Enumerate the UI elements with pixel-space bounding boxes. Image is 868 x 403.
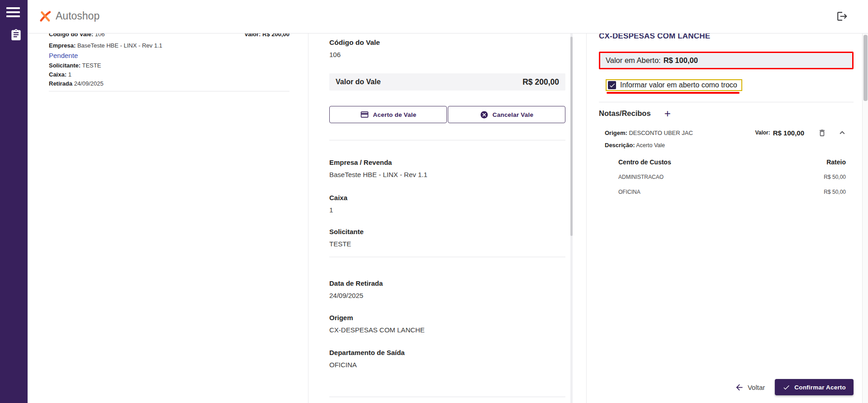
delete-nota-button[interactable]: [818, 129, 826, 137]
confirmar-acerto-button[interactable]: Confirmar Acerto: [775, 379, 854, 395]
empresa-label: Empresa / Revenda: [329, 158, 565, 167]
origem-value: CX-DESPESAS COM LANCHE: [329, 326, 565, 334]
card-icon: [360, 110, 369, 119]
valor-em-aberto-value: R$ 100,00: [664, 56, 698, 65]
centro-custos-header: Centro de Custos: [618, 158, 671, 166]
list-solicitante: Solicitante: TESTE: [49, 62, 289, 69]
codigo-vale-value: 106: [329, 50, 565, 59]
valor-em-aberto-label: Valor em Aberto:: [606, 56, 661, 65]
divider: [329, 140, 565, 140]
arrow-back-icon: [735, 383, 744, 392]
app-title: Autoshop: [56, 10, 100, 22]
solicitante-label: Solicitante: [329, 227, 565, 236]
window-scrollbar-thumb[interactable]: [863, 35, 868, 101]
rateio-row: ADMINISTRACAO R$ 50,00: [618, 174, 846, 180]
logout-icon[interactable]: [836, 10, 848, 24]
departamento-value: OFICINA: [329, 360, 565, 369]
valor-vale-row: Valor do Vale R$ 200,00: [329, 73, 565, 91]
cancel-circle-icon: [480, 110, 489, 119]
caixa-label: Caixa: [329, 193, 565, 202]
data-retirada-value: 24/09/2025: [329, 291, 565, 300]
troco-checkbox[interactable]: [608, 81, 616, 89]
nota-valor-value: R$ 100,00: [773, 129, 804, 137]
divider: [329, 257, 565, 257]
voltar-button[interactable]: Voltar: [731, 381, 768, 394]
annotation-checkbox-highlight: Informar valor em aberto como troco: [606, 79, 742, 91]
acerto-panel-title: CX-DESPESAS COM LANCHE: [599, 33, 854, 41]
nota-row: Origem: DESCONTO UBER JAC Valor: R$ 100,…: [605, 128, 854, 138]
nota-descricao: Descrição: Acerto Vale: [605, 142, 854, 149]
vale-list-panel: Código do Vale: 106 Valor: R$ 200,00 Emp…: [28, 33, 308, 403]
list-caixa: Caixa: 1: [49, 71, 289, 78]
collapse-nota-button[interactable]: [837, 128, 847, 138]
solicitante-value: TESTE: [329, 240, 565, 248]
nota-valor-label: Valor:: [755, 130, 770, 136]
departamento-label: Departamento de Saída: [329, 348, 565, 357]
divider: [599, 102, 854, 102]
data-retirada-label: Data de Retirada: [329, 279, 565, 288]
divider: [49, 91, 289, 91]
hamburger-menu-icon[interactable]: [6, 7, 20, 18]
add-nota-icon[interactable]: +: [664, 110, 671, 117]
main-content: Código do Vale: 106 Valor: R$ 200,00 Emp…: [28, 33, 862, 403]
top-bar: Autoshop: [28, 0, 868, 34]
valor-em-aberto-box: Valor em Aberto: R$ 100,00: [599, 52, 854, 69]
linx-logo-icon: [38, 10, 52, 23]
codigo-vale-label: Código do Vale: [329, 38, 565, 47]
acerto-vale-button[interactable]: Acerto de Vale: [329, 106, 447, 123]
detail-scrollbar-thumb[interactable]: [570, 37, 573, 236]
chevron-up-icon: [837, 128, 847, 138]
rateio-row: OFICINA R$ 50,00: [618, 189, 846, 195]
list-codigo: Código do Vale: 106: [49, 33, 105, 38]
divider: [329, 397, 565, 397]
cancelar-vale-button[interactable]: Cancelar Vale: [448, 106, 565, 123]
valor-vale-value: R$ 200,00: [522, 77, 559, 87]
valor-vale-label: Valor do Vale: [336, 78, 381, 86]
rateio-header: Rateio: [826, 158, 846, 166]
list-valor: Valor: R$ 200,00: [244, 33, 289, 38]
window-scrollbar-track: [862, 33, 868, 403]
empresa-value: BaseTeste HBE - LINX - Rev 1.1: [329, 170, 565, 179]
screen: Autoshop Código do Vale: 106 Valor: R$ 2…: [0, 0, 868, 403]
notas-recibos-title: Notas/Recibos: [599, 110, 651, 117]
check-icon: [783, 384, 790, 391]
tasks-clipboard-icon[interactable]: [7, 28, 20, 41]
status-badge: Pendente: [49, 52, 289, 60]
sidebar: [0, 0, 28, 403]
trash-icon: [818, 129, 826, 137]
caixa-value: 1: [329, 206, 565, 214]
origem-label: Origem: [329, 313, 565, 322]
troco-checkbox-label: Informar valor em aberto como troco: [620, 81, 737, 89]
list-empresa: Empresa: BaseTeste HBE - LINX - Rev 1.1: [49, 42, 289, 49]
nota-origem: Origem: DESCONTO UBER JAC: [605, 130, 693, 136]
list-retirada: Retirada 24/09/2025: [49, 80, 289, 87]
acerto-panel: CX-DESPESAS COM LANCHE Valor em Aberto: …: [587, 33, 862, 403]
annotation-red-underline: [607, 92, 740, 94]
rateio-header-row: Centro de Custos Rateio: [618, 158, 846, 166]
vale-detail-panel: Código do Vale 106 Valor do Vale R$ 200,…: [308, 33, 587, 403]
vale-list-item[interactable]: Código do Vale: 106 Valor: R$ 200,00 Emp…: [49, 33, 289, 91]
